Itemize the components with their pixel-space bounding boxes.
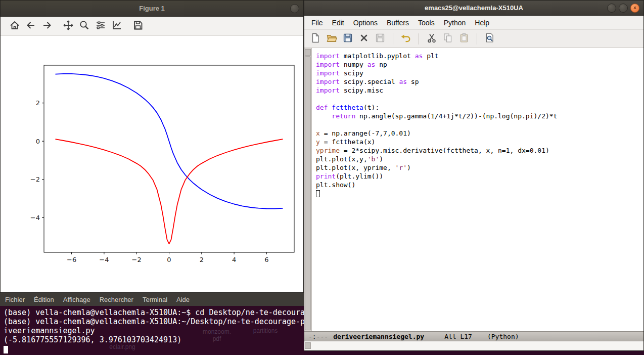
axes-frame <box>44 65 294 252</box>
toolbar-separator <box>393 33 393 45</box>
scrollbar-thumb[interactable] <box>305 56 311 330</box>
window-button[interactable] <box>290 4 299 13</box>
terminal-output[interactable]: monzoom. pdfpartitionseclair.png(base) v… <box>0 306 304 355</box>
save-icon <box>132 19 144 33</box>
emacs-toolbar <box>304 30 643 48</box>
zoom-button[interactable] <box>76 18 93 34</box>
undo-button[interactable] <box>398 31 414 47</box>
x-tick-label: 6 <box>264 256 268 263</box>
new-file-button[interactable] <box>307 31 324 47</box>
figure-titlebar[interactable]: Figure 1 <box>1 1 303 17</box>
code-line: import matplotlib.pyplot as plt <box>316 52 557 60</box>
search-icon <box>484 32 496 46</box>
minimize-button[interactable] <box>607 4 616 13</box>
emacs-menu-file[interactable]: File <box>307 16 328 30</box>
terminal-line: (base) vella-chemla@vellachemla-X510UA:~… <box>4 308 304 317</box>
figure-window-buttons <box>290 1 299 16</box>
desktop: { "figure_window": { "title": "Figure 1"… <box>0 0 644 355</box>
open-file-icon <box>326 32 338 46</box>
code-line: import scipy <box>316 69 557 77</box>
terminal-menu-affichage[interactable]: Affichage <box>59 293 95 306</box>
emacs-menubar: FileEditOptionsBuffersToolsPythonHelp <box>304 16 643 30</box>
code-line <box>316 95 557 103</box>
y-tick-label: −2 <box>30 175 40 183</box>
figure-window-title: Figure 1 <box>139 5 165 12</box>
emacs-menu-python[interactable]: Python <box>439 16 471 30</box>
emacs-menu-options[interactable]: Options <box>349 16 382 30</box>
figure-window: Figure 1 −6−4−20246−4−202 <box>0 0 304 293</box>
search-button[interactable] <box>482 31 498 47</box>
forward-button[interactable] <box>39 18 55 34</box>
open-file-button[interactable] <box>324 31 340 47</box>
copy-button[interactable] <box>440 31 456 47</box>
back-icon <box>25 19 37 33</box>
figure-toolbar <box>1 17 303 36</box>
code-line: print(plt.ylim()) <box>316 172 557 181</box>
y-tick-label: 0 <box>36 138 40 145</box>
code-line: return np.angle(sp.gamma(1/4+1j*t/2))-(n… <box>316 112 557 120</box>
home-icon <box>9 19 21 33</box>
modeline-position: All L17 <box>444 333 472 340</box>
text-cursor <box>316 190 320 197</box>
emacs-titlebar[interactable]: emacs25@vellachemla-X510UA × <box>304 1 643 16</box>
code-line: import scipy.special as sp <box>316 77 557 86</box>
plot: −6−4−20246−4−202 <box>1 36 303 292</box>
paste-button[interactable] <box>456 31 472 47</box>
back-button[interactable] <box>23 18 39 34</box>
scrollbar[interactable] <box>304 48 312 331</box>
x-tick-label: 2 <box>200 256 204 263</box>
save-buffer-button[interactable] <box>340 31 356 47</box>
terminal-line: iveeriemannsiegel.py <box>4 326 304 335</box>
code-line <box>316 189 557 198</box>
copy-icon <box>442 32 454 46</box>
code-line: y = fcttheta(x) <box>316 138 557 146</box>
x-tick-label: −4 <box>99 256 109 263</box>
save-as-button[interactable] <box>372 31 388 47</box>
new-file-icon <box>309 32 321 46</box>
pan-button[interactable] <box>60 18 76 34</box>
x-tick-label: 4 <box>232 256 236 263</box>
edit-axis-button[interactable] <box>109 18 125 34</box>
emacs-menu-help[interactable]: Help <box>470 16 494 30</box>
save-button[interactable] <box>130 18 146 34</box>
home-button[interactable] <box>7 18 23 34</box>
modeline-flags: -:--- <box>308 333 328 340</box>
pan-icon <box>62 19 74 33</box>
emacs-menu-tools[interactable]: Tools <box>413 16 439 30</box>
y-tick-label: 2 <box>36 99 40 107</box>
terminal-menu-terminal[interactable]: Terminal <box>138 293 172 306</box>
modeline-buffer-name: deriveeriemannsiegel.py <box>333 333 424 340</box>
code-line: plt.plot(x, yprime, 'r') <box>316 163 557 172</box>
save-buffer-icon <box>342 32 354 46</box>
close-button[interactable]: × <box>630 4 639 13</box>
editor-buffer[interactable]: import matplotlib.pyplot as pltimport nu… <box>312 48 557 331</box>
scrollbar-up-stepper[interactable] <box>305 49 311 56</box>
terminal-menu-fichier[interactable]: Fichier <box>1 293 29 306</box>
code-line: x = np.arange(-7,7,0.01) <box>316 129 557 138</box>
code-line: def fcttheta(t): <box>316 103 557 112</box>
toolbar-separator <box>419 33 419 45</box>
emacs-menu-buffers[interactable]: Buffers <box>382 16 413 30</box>
paste-icon <box>458 32 470 46</box>
terminal-menu-rechercher[interactable]: Rechercher <box>95 293 138 306</box>
scrollbar-down-stepper[interactable] <box>305 342 311 349</box>
cut-icon <box>426 32 438 46</box>
x-tick-label: 0 <box>167 256 171 263</box>
configure-subplots-button[interactable] <box>93 18 109 34</box>
echo-area <box>304 341 643 350</box>
terminal-menu-e-dition[interactable]: Édition <box>29 293 59 306</box>
emacs-menu-edit[interactable]: Edit <box>328 16 349 30</box>
modeline-major-mode: (Python) <box>487 333 519 340</box>
code-line: import numpy as np <box>316 60 557 69</box>
terminal-menu-aide[interactable]: Aide <box>172 293 194 306</box>
terminal-window: FichierÉditionAffichageRechercherTermina… <box>0 293 304 355</box>
kill-buffer-button[interactable] <box>356 31 372 47</box>
x-tick-label: −6 <box>67 256 76 263</box>
figure-canvas[interactable]: −6−4−20246−4−202 <box>1 36 303 292</box>
y-tick-label: −4 <box>30 214 40 221</box>
configure-subplots-icon <box>95 19 107 33</box>
terminal-menubar: FichierÉditionAffichageRechercherTermina… <box>0 293 304 306</box>
emacs-window-title: emacs25@vellachemla-X510UA <box>425 4 523 12</box>
maximize-button[interactable] <box>619 4 628 13</box>
cut-button[interactable] <box>424 31 440 47</box>
